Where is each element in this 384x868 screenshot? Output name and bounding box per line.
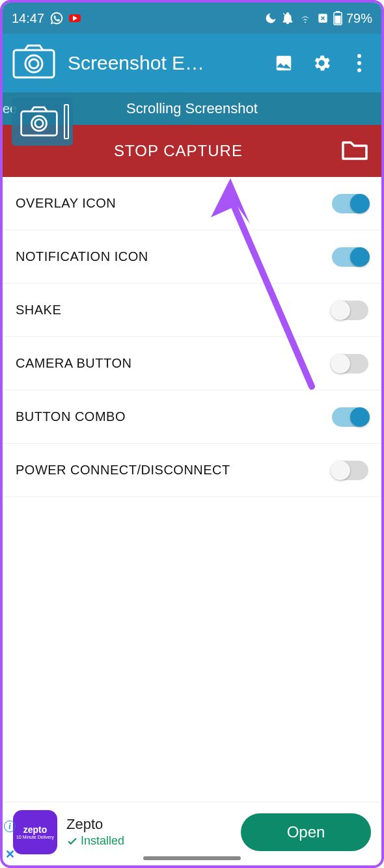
settings-row: POWER CONNECT/DISCONNECT [3, 444, 381, 497]
status-bar: 14:47 79% [3, 3, 381, 34]
svg-point-13 [32, 116, 47, 131]
no-sim-icon [316, 12, 329, 25]
ad-app-title: Zepto [66, 816, 232, 833]
settings-row-label: CAMERA BUTTON [16, 356, 332, 371]
settings-button[interactable] [309, 53, 335, 74]
toggle-switch[interactable] [332, 461, 368, 480]
settings-row-label: OVERLAY ICON [16, 196, 332, 211]
app-title: Screenshot E… [68, 52, 259, 74]
settings-row: CAMERA BUTTON [3, 337, 381, 390]
settings-row: BUTTON COMBO [3, 390, 381, 444]
svg-point-14 [35, 119, 43, 127]
ad-open-button[interactable]: Open [241, 813, 371, 851]
settings-row-label: NOTIFICATION ICON [16, 249, 332, 264]
toggle-switch[interactable] [332, 194, 368, 213]
svg-rect-3 [336, 11, 340, 12]
gallery-button[interactable] [271, 53, 297, 73]
settings-row-label: SHAKE [16, 303, 332, 318]
settings-row: NOTIFICATION ICON [3, 230, 381, 284]
battery-percent: 79% [346, 11, 372, 26]
whatsapp-icon [49, 11, 64, 25]
settings-row: SHAKE [3, 284, 381, 337]
app-logo-camera-icon [12, 44, 56, 83]
overflow-menu-button[interactable] [346, 53, 372, 73]
svg-point-6 [25, 55, 42, 72]
svg-point-11 [357, 68, 361, 72]
floating-capture-overlay[interactable] [12, 98, 73, 146]
svg-point-10 [357, 61, 361, 65]
settings-row-label: POWER CONNECT/DISCONNECT [16, 463, 332, 478]
settings-list: OVERLAY ICONNOTIFICATION ICONSHAKECAMERA… [3, 177, 381, 497]
toggle-switch[interactable] [332, 354, 368, 373]
recording-icon [69, 14, 81, 22]
dnd-moon-icon [264, 12, 277, 25]
settings-row: OVERLAY ICON [3, 177, 381, 230]
toggle-switch[interactable] [332, 247, 368, 267]
svg-point-9 [357, 54, 361, 58]
wifi-icon [298, 11, 312, 25]
app-bar: Screenshot E… [3, 34, 381, 92]
svg-rect-4 [335, 16, 340, 24]
toggle-switch[interactable] [332, 301, 368, 320]
ad-info-icon[interactable]: i [4, 821, 16, 832]
settings-row-label: BUTTON COMBO [16, 409, 332, 424]
pencil-icon [64, 104, 69, 139]
mute-bell-icon [281, 12, 294, 25]
ad-app-icon[interactable]: zepto 10 Minute Delivery [13, 810, 57, 854]
ad-banner: i ✕ zepto 10 Minute Delivery Zepto Insta… [5, 802, 379, 861]
tab-scrolling-screenshot[interactable]: Scrolling Screenshot [126, 100, 258, 117]
nav-handle[interactable] [143, 856, 241, 860]
svg-rect-12 [21, 111, 57, 135]
folder-button[interactable] [341, 139, 368, 163]
ad-installed-label: Installed [66, 834, 232, 848]
battery-icon [333, 11, 342, 25]
toggle-switch[interactable] [332, 407, 368, 427]
status-time: 14:47 [12, 11, 44, 26]
svg-rect-5 [14, 50, 54, 77]
svg-marker-0 [73, 16, 77, 21]
svg-point-7 [29, 59, 38, 68]
ad-close-icon[interactable]: ✕ [5, 847, 15, 861]
